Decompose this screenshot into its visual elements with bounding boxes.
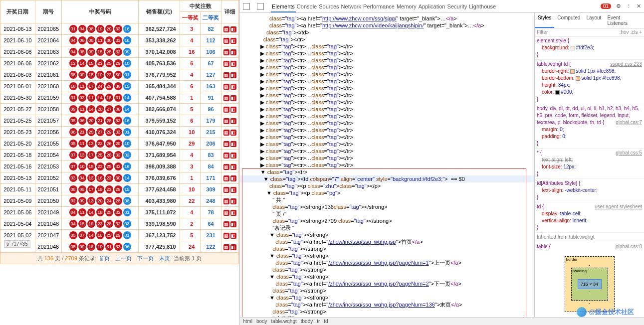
dom-line[interactable]: ▶ class="tag"><tr>…class="tag"></tr> <box>240 148 534 155</box>
cell-detail[interactable]: ▦◧ <box>221 69 238 81</box>
chart-icon[interactable]: ◧ <box>230 107 236 113</box>
devtools-tab-application[interactable]: Application <box>418 1 446 11</box>
cell-detail[interactable]: ▦◧ <box>221 46 238 58</box>
detail-icon[interactable]: ▦ <box>223 107 229 113</box>
chart-icon[interactable]: ◧ <box>230 141 236 147</box>
styles-tab-styles[interactable]: Styles <box>535 13 554 28</box>
cls-toggle[interactable]: .cls <box>630 29 638 35</box>
detail-icon[interactable]: ▦ <box>223 198 229 204</box>
cell-detail[interactable]: ▦◧ <box>221 241 238 253</box>
breadcrumb-item[interactable]: td <box>324 319 328 324</box>
detail-icon[interactable]: ▦ <box>223 61 229 67</box>
dom-line[interactable]: class="tag"></td> <box>240 29 534 36</box>
devtools-tab-network[interactable]: Network <box>340 1 362 11</box>
dom-line[interactable]: ▶ class="tag"><tr>…class="tag"></tr> <box>240 50 534 57</box>
detail-icon[interactable]: ▦ <box>223 130 229 136</box>
cell-detail[interactable]: ▦◧ <box>221 161 238 172</box>
chart-icon[interactable]: ◧ <box>230 153 236 159</box>
pager-home-link[interactable]: 首页 <box>99 255 110 261</box>
styles-tab-computed[interactable]: Computed <box>554 13 583 28</box>
cell-detail[interactable]: ▦◧ <box>221 115 238 127</box>
cell-detail[interactable]: ▦◧ <box>221 230 238 241</box>
devtools-tab-performance[interactable]: Performance <box>362 1 396 11</box>
cell-detail[interactable]: ▦◧ <box>221 195 238 207</box>
dom-line[interactable]: class="tag"></tr> <box>240 36 534 43</box>
inspect-icon[interactable] <box>243 3 250 10</box>
pager-next-link[interactable]: 下一页 <box>137 255 154 261</box>
devtools-tab-console[interactable]: Console <box>296 1 318 11</box>
detail-icon[interactable]: ▦ <box>223 72 229 78</box>
breadcrumb-item[interactable]: table.wqhgt <box>271 319 297 324</box>
chart-icon[interactable]: ◧ <box>230 38 236 44</box>
chart-icon[interactable]: ◧ <box>230 164 236 170</box>
detail-icon[interactable]: ▦ <box>223 233 229 239</box>
chart-icon[interactable]: ◧ <box>230 130 236 136</box>
cell-detail[interactable]: ▦◧ <box>221 81 238 92</box>
detail-icon[interactable]: ▦ <box>223 49 229 55</box>
chart-icon[interactable]: ◧ <box>230 49 236 55</box>
more-icon[interactable]: ⋮ <box>626 3 632 9</box>
dom-line[interactable]: ▶ class="tag"><tr>…class="tag"></tr> <box>240 106 534 113</box>
chart-icon[interactable]: ◧ <box>230 95 236 101</box>
cell-detail[interactable]: ▦◧ <box>221 58 238 69</box>
detail-icon[interactable]: ▦ <box>223 38 229 44</box>
detail-icon[interactable]: ▦ <box>223 153 229 159</box>
devtools-tab-lighthouse[interactable]: Lighthouse <box>468 1 497 11</box>
chart-icon[interactable]: ◧ <box>230 84 236 90</box>
cell-detail[interactable]: ▦◧ <box>221 92 238 104</box>
dom-line[interactable]: ▶ class="tag"><tr>…class="tag"></tr> <box>240 43 534 50</box>
cell-detail[interactable]: ▦◧ <box>221 150 238 161</box>
cell-detail[interactable]: ▦◧ <box>221 104 238 115</box>
device-icon[interactable] <box>257 3 264 10</box>
chart-icon[interactable]: ◧ <box>230 198 236 204</box>
chart-icon[interactable]: ◧ <box>230 233 236 239</box>
dom-line[interactable]: class="tag"><a href="http://www.zhcw.com… <box>240 22 534 29</box>
detail-icon[interactable]: ▦ <box>223 118 229 124</box>
cell-detail[interactable]: ▦◧ <box>221 138 238 150</box>
devtools-tab-sources[interactable]: Sources <box>318 1 340 11</box>
styles-tab-event-listeners[interactable]: Event Listeners <box>604 13 644 28</box>
dom-line[interactable]: ▶ class="tag"><tr>…class="tag"></tr> <box>240 162 534 168</box>
detail-icon[interactable]: ▦ <box>223 244 229 250</box>
devtools-tab-elements[interactable]: Elements <box>271 1 296 12</box>
cell-detail[interactable]: ▦◧ <box>221 184 238 195</box>
dom-line[interactable]: ▶ class="tag"><tr>…class="tag"></tr> <box>240 134 534 141</box>
detail-icon[interactable]: ▦ <box>223 175 229 181</box>
dom-line[interactable]: class="tag"><a href="http://www.zhcw.com… <box>240 15 534 22</box>
detail-icon[interactable]: ▦ <box>223 84 229 90</box>
cell-detail[interactable]: ▦◧ <box>221 172 238 184</box>
elements-panel[interactable]: class="tag"><a href="http://www.zhcw.com… <box>240 13 534 317</box>
detail-icon[interactable]: ▦ <box>223 141 229 147</box>
detail-icon[interactable]: ▦ <box>223 164 229 170</box>
chart-icon[interactable]: ◧ <box>230 61 236 67</box>
dom-line[interactable]: ▶ class="tag"><tr>…class="tag"></tr> <box>240 85 534 92</box>
cell-detail[interactable]: ▦◧ <box>221 35 238 46</box>
styles-tab-layout[interactable]: Layout <box>583 13 604 28</box>
dom-line[interactable]: ▶ class="tag"><tr>…class="tag"></tr> <box>240 99 534 106</box>
close-icon[interactable]: ✕ <box>637 3 641 9</box>
devtools-tab-memory[interactable]: Memory <box>396 1 418 11</box>
dom-line[interactable]: ▶ class="tag"><tr>…class="tag"></tr> <box>240 141 534 148</box>
dom-line[interactable]: ▶ class="tag"><tr>…class="tag"></tr> <box>240 155 534 162</box>
dom-line[interactable]: ▶ class="tag"><tr>…class="tag"></tr> <box>240 120 534 127</box>
dom-line[interactable]: ▶ class="tag"><tr>…class="tag"></tr> <box>240 78 534 85</box>
chart-icon[interactable]: ◧ <box>230 72 236 78</box>
breadcrumb-item[interactable]: body <box>256 319 267 324</box>
gear-icon[interactable]: ⚙ <box>616 3 621 9</box>
detail-icon[interactable]: ▦ <box>223 26 229 32</box>
dom-line[interactable]: ▶ class="tag"><tr>…class="tag"></tr> <box>240 57 534 64</box>
cell-detail[interactable]: ▦◧ <box>221 23 238 35</box>
chart-icon[interactable]: ◧ <box>230 210 236 216</box>
dom-line[interactable]: ▶ class="tag"><tr>…class="tag"></tr> <box>240 113 534 120</box>
chart-icon[interactable]: ◧ <box>230 187 236 193</box>
filter-input[interactable]: Filter <box>537 29 548 35</box>
devtools-tab-security[interactable]: Security <box>446 1 468 11</box>
error-badge[interactable]: 01 <box>601 3 611 9</box>
cell-detail[interactable]: ▦◧ <box>221 207 238 218</box>
breadcrumb-item[interactable]: tbody <box>301 319 313 324</box>
pager-last-link[interactable]: 末页 <box>159 255 170 261</box>
detail-icon[interactable]: ▦ <box>223 221 229 227</box>
chart-icon[interactable]: ◧ <box>230 26 236 32</box>
detail-icon[interactable]: ▦ <box>223 187 229 193</box>
chart-icon[interactable]: ◧ <box>230 118 236 124</box>
